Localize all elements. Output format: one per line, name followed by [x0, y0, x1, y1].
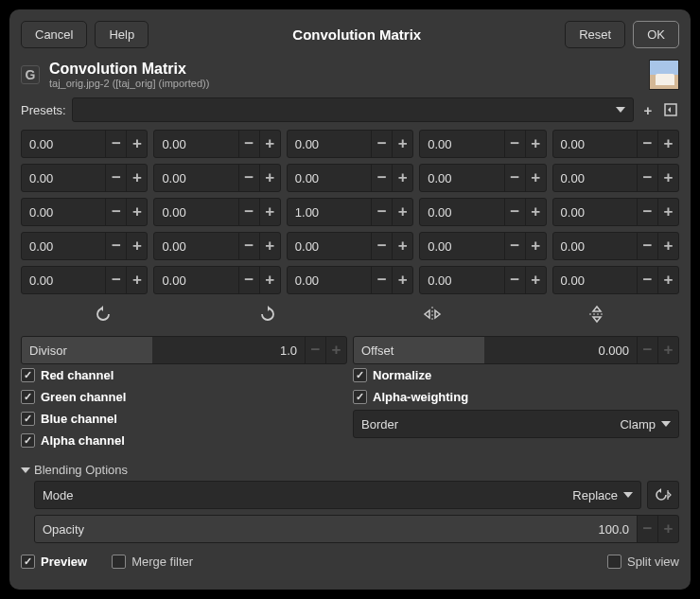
- minus-icon[interactable]: −: [238, 199, 259, 225]
- minus-icon[interactable]: −: [371, 199, 392, 225]
- matrix-cell[interactable]: 0.00−+: [419, 232, 546, 260]
- plus-icon[interactable]: +: [525, 165, 546, 191]
- matrix-cell[interactable]: 1.00−+: [287, 198, 413, 226]
- green-channel-check[interactable]: [21, 390, 35, 404]
- presets-combo[interactable]: [72, 97, 634, 122]
- minus-icon[interactable]: −: [371, 267, 392, 293]
- plus-icon[interactable]: +: [126, 267, 147, 293]
- plus-icon[interactable]: +: [259, 267, 280, 293]
- minus-icon[interactable]: −: [305, 337, 325, 363]
- minus-icon[interactable]: −: [637, 131, 657, 157]
- matrix-cell[interactable]: 0.00−+: [153, 266, 280, 294]
- opacity-spin[interactable]: Opacity100.0 −+: [34, 515, 679, 543]
- minus-icon[interactable]: −: [637, 267, 657, 293]
- plus-icon[interactable]: +: [525, 233, 546, 259]
- minus-icon[interactable]: −: [105, 233, 126, 259]
- minus-icon[interactable]: −: [371, 165, 392, 191]
- split-view-check[interactable]: [607, 555, 621, 569]
- plus-icon[interactable]: +: [525, 267, 546, 293]
- add-preset-icon[interactable]: +: [639, 101, 656, 118]
- plus-icon[interactable]: +: [525, 131, 546, 157]
- matrix-cell[interactable]: 0.00−+: [21, 198, 148, 226]
- plus-icon[interactable]: +: [657, 131, 678, 157]
- matrix-cell[interactable]: 0.00−+: [21, 232, 148, 260]
- matrix-cell[interactable]: 0.00−+: [287, 266, 413, 294]
- minus-icon[interactable]: −: [105, 267, 126, 293]
- manage-presets-icon[interactable]: [662, 101, 679, 118]
- plus-icon[interactable]: +: [259, 199, 280, 225]
- plus-icon[interactable]: +: [126, 233, 147, 259]
- plus-icon[interactable]: +: [126, 199, 147, 225]
- plus-icon[interactable]: +: [259, 233, 280, 259]
- minus-icon[interactable]: −: [504, 267, 525, 293]
- reset-button[interactable]: Reset: [565, 21, 625, 48]
- plus-icon[interactable]: +: [392, 131, 412, 157]
- minus-icon[interactable]: −: [637, 337, 657, 363]
- normalize-check[interactable]: [353, 368, 367, 382]
- plus-icon[interactable]: +: [657, 165, 678, 191]
- matrix-cell[interactable]: 0.00−+: [552, 232, 679, 260]
- mode-combo[interactable]: Mode Replace: [34, 481, 641, 509]
- alpha-weighting-check[interactable]: [353, 390, 367, 404]
- plus-icon[interactable]: +: [392, 199, 412, 225]
- matrix-cell[interactable]: 0.00−+: [419, 130, 546, 158]
- ok-button[interactable]: OK: [633, 21, 679, 48]
- minus-icon[interactable]: −: [504, 131, 525, 157]
- minus-icon[interactable]: −: [504, 165, 525, 191]
- minus-icon[interactable]: −: [371, 233, 392, 259]
- minus-icon[interactable]: −: [105, 199, 126, 225]
- plus-icon[interactable]: +: [657, 267, 678, 293]
- minus-icon[interactable]: −: [504, 199, 525, 225]
- divisor-spin[interactable]: Divisor1.0 −+: [21, 336, 347, 364]
- plus-icon[interactable]: +: [657, 337, 678, 363]
- plus-icon[interactable]: +: [525, 199, 546, 225]
- minus-icon[interactable]: −: [238, 233, 259, 259]
- matrix-cell[interactable]: 0.00−+: [153, 232, 280, 260]
- plus-icon[interactable]: +: [259, 131, 280, 157]
- matrix-cell[interactable]: 0.00−+: [552, 130, 679, 158]
- minus-icon[interactable]: −: [637, 199, 657, 225]
- matrix-cell[interactable]: 0.00−+: [552, 164, 679, 192]
- preview-check[interactable]: [21, 555, 35, 569]
- red-channel-check[interactable]: [21, 368, 35, 382]
- plus-icon[interactable]: +: [392, 165, 412, 191]
- minus-icon[interactable]: −: [105, 165, 126, 191]
- plus-icon[interactable]: +: [392, 233, 412, 259]
- plus-icon[interactable]: +: [126, 165, 147, 191]
- matrix-cell[interactable]: 0.00−+: [21, 164, 148, 192]
- matrix-cell[interactable]: 0.00−+: [153, 164, 280, 192]
- minus-icon[interactable]: −: [105, 131, 126, 157]
- matrix-cell[interactable]: 0.00−+: [287, 164, 413, 192]
- matrix-cell[interactable]: 0.00−+: [153, 130, 280, 158]
- matrix-cell[interactable]: 0.00−+: [419, 266, 546, 294]
- minus-icon[interactable]: −: [238, 131, 259, 157]
- matrix-cell[interactable]: 0.00−+: [287, 130, 413, 158]
- matrix-cell[interactable]: 0.00−+: [419, 164, 546, 192]
- flip-vertical-icon[interactable]: [515, 302, 679, 326]
- flip-horizontal-icon[interactable]: [350, 302, 515, 326]
- plus-icon[interactable]: +: [259, 165, 280, 191]
- matrix-cell[interactable]: 0.00−+: [287, 232, 413, 260]
- minus-icon[interactable]: −: [637, 233, 657, 259]
- minus-icon[interactable]: −: [238, 165, 259, 191]
- matrix-cell[interactable]: 0.00−+: [153, 198, 280, 226]
- minus-icon[interactable]: −: [238, 267, 259, 293]
- blending-options-header[interactable]: Blending Options: [21, 457, 679, 481]
- alpha-channel-check[interactable]: [21, 433, 35, 448]
- rotate-left-icon[interactable]: [21, 302, 185, 326]
- help-button[interactable]: Help: [95, 21, 149, 48]
- minus-icon[interactable]: −: [637, 516, 657, 542]
- offset-spin[interactable]: Offset0.000 −+: [353, 336, 679, 364]
- cancel-button[interactable]: Cancel: [21, 21, 87, 48]
- matrix-cell[interactable]: 0.00−+: [21, 266, 148, 294]
- plus-icon[interactable]: +: [657, 199, 678, 225]
- plus-icon[interactable]: +: [657, 516, 678, 542]
- rotate-right-icon[interactable]: [185, 302, 350, 326]
- minus-icon[interactable]: −: [637, 165, 657, 191]
- minus-icon[interactable]: −: [371, 131, 392, 157]
- matrix-cell[interactable]: 0.00−+: [552, 266, 679, 294]
- plus-icon[interactable]: +: [325, 337, 346, 363]
- matrix-cell[interactable]: 0.00−+: [419, 198, 546, 226]
- plus-icon[interactable]: +: [657, 233, 678, 259]
- minus-icon[interactable]: −: [504, 233, 525, 259]
